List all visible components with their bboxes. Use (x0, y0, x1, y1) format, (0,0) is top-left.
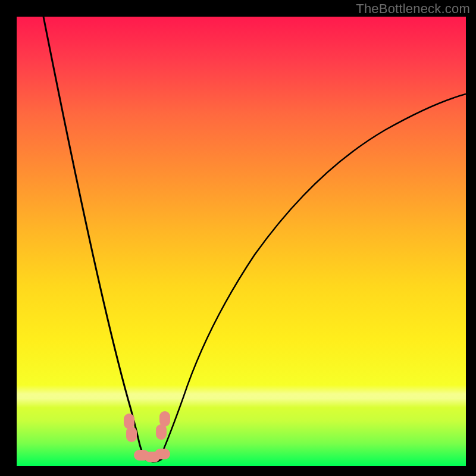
plot-area (17, 17, 466, 466)
marker-right-cluster-lower (156, 424, 167, 440)
right-branch-curve (159, 94, 466, 459)
branding-text: TheBottleneck.com (356, 1, 470, 17)
chart-stage: TheBottleneck.com (0, 0, 476, 476)
marker-left-cluster-lower (126, 427, 137, 442)
curve-layer (17, 17, 466, 466)
marker-floor-right (155, 449, 170, 459)
left-branch-curve (43, 17, 148, 460)
